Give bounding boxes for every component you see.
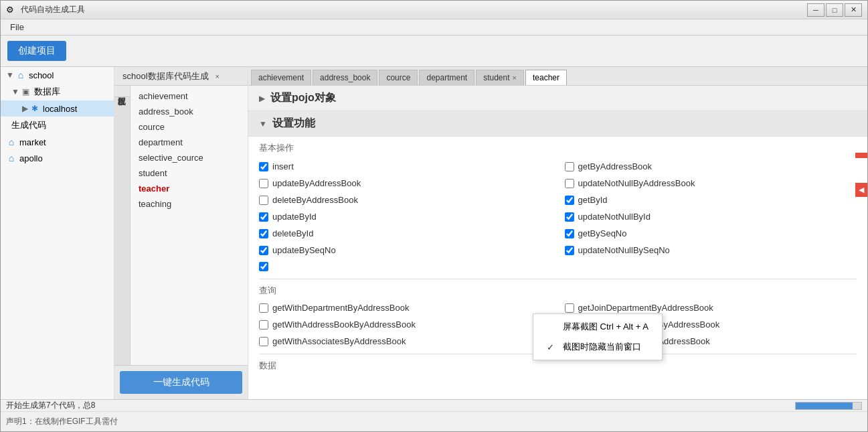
checkbox-row-getByAddressBook: getByAddressBook	[565, 159, 857, 173]
label-updateById: updateById	[272, 212, 317, 222]
tab-address-book[interactable]: address_book	[313, 70, 377, 85]
tab-achievement[interactable]: achievement	[251, 70, 311, 85]
data-subtitle: 数据	[259, 360, 857, 372]
menu-file[interactable]: File	[3, 21, 31, 33]
table-item-selective-cource[interactable]: selective_cource	[131, 150, 248, 165]
table-item-cource[interactable]: cource	[131, 119, 248, 135]
house-icon	[15, 70, 26, 80]
table-item-teaching[interactable]: teaching	[131, 196, 248, 212]
pojo-section-title: 设置pojo对象	[270, 91, 336, 105]
checkbox-updateById[interactable]	[259, 212, 268, 222]
basic-ops-subtitle: 基本操作	[259, 142, 857, 154]
checkbox-getById[interactable]	[565, 196, 574, 205]
create-project-button[interactable]: 创建项目	[7, 41, 66, 61]
right-panel: achievement address_book cource departme…	[248, 67, 867, 399]
checkbox-getWithAddr[interactable]	[259, 320, 268, 330]
checkbox-getWithAssoc[interactable]	[259, 337, 268, 346]
label-deleteById: deleteById	[272, 228, 313, 238]
tab-teacher[interactable]: teacher	[525, 70, 567, 85]
content-area: ▶ 设置pojo对象 ▼ 设置功能 基本操作 insert	[248, 86, 867, 399]
red-marker-arrow[interactable]: ◀	[855, 183, 867, 197]
menu-bar: File	[1, 19, 867, 35]
title-bar-buttons: ─ □ ✕	[807, 3, 862, 17]
red-marker-screenshot[interactable]: 截图	[855, 153, 867, 158]
bottom-text: 声明1：在线制作EGIF工具需付	[6, 416, 118, 427]
label-updateBySeqNo: updateBySeqNo	[272, 245, 336, 255]
tab-cource[interactable]: cource	[379, 70, 418, 85]
label-deleteByAddressBook: deleteByAddressBook	[272, 195, 358, 205]
status-text: 开始生成第7个代码，总8	[6, 400, 95, 411]
sidebar-item-market[interactable]: market	[1, 134, 114, 150]
label-getByAddressBook: getByAddressBook	[578, 161, 653, 171]
tab-department[interactable]: department	[419, 70, 474, 85]
checkbox-updateByAddressBook[interactable]	[259, 179, 268, 188]
label-getById: getById	[578, 195, 608, 205]
table-item-department[interactable]: department	[131, 135, 248, 150]
maximize-button[interactable]: □	[826, 3, 843, 17]
checkbox-row-updateNotNullByAddressBook: updateNotNullByAddressBook	[565, 176, 857, 190]
tab-student[interactable]: student ×	[476, 70, 524, 85]
checkbox-row-selectAll	[259, 260, 551, 273]
checkbox-row-getWithDept: getWithDepartmentByAddressBook	[259, 301, 551, 315]
checkbox-row-deleteById: deleteById	[259, 226, 551, 240]
middle-content: 模板配置 achievement address_book cource dep…	[114, 86, 248, 365]
context-menu: 屏幕截图 Ctrl + Alt + A ✓ 截图时隐藏当前窗口	[533, 313, 663, 360]
context-menu-screenshot[interactable]: 屏幕截图 Ctrl + Alt + A	[533, 317, 662, 337]
label-getBySeqNo: getBySeqNo	[578, 228, 627, 238]
title-bar: ⚙ 代码自动生成工具 ─ □ ✕	[1, 1, 867, 19]
status-progress-fill	[796, 403, 853, 409]
checkbox-row-getJoinDept: getJoinDepartmentByAddressBook	[565, 301, 857, 315]
sidebar-item-generate[interactable]: 生成代码	[1, 117, 114, 134]
sidebar-item-school[interactable]: ▼ school	[1, 67, 114, 83]
checkbox-getByAddressBook[interactable]	[565, 162, 574, 171]
table-item-achievement[interactable]: achievement	[131, 88, 248, 104]
label-getWithDept: getWithDepartmentByAddressBook	[272, 303, 409, 313]
sidebar-item-apollo[interactable]: apollo	[1, 150, 114, 166]
side-tab-0[interactable]: 模板配置	[114, 86, 130, 97]
checkbox-deleteByAddressBook[interactable]	[259, 196, 268, 205]
label-getJoinDept: getJoinDepartmentByAddressBook	[578, 303, 713, 313]
query-subtitle: 查询	[259, 285, 857, 297]
sidebar-item-database[interactable]: ▼ 数据库	[1, 83, 114, 100]
function-section-header[interactable]: ▼ 设置功能	[248, 111, 867, 137]
checkbox-getBySeqNo[interactable]	[565, 229, 574, 238]
bottom-bar: 声明1：在线制作EGIF工具需付	[1, 411, 867, 431]
sidebar-label-localhost: localhost	[43, 104, 77, 114]
bluetooth-icon	[29, 103, 40, 114]
pojo-section-header[interactable]: ▶ 设置pojo对象	[248, 86, 867, 111]
table-item-address-book[interactable]: address_book	[131, 104, 248, 119]
label-insert: insert	[272, 161, 294, 171]
checkbox-insert[interactable]	[259, 162, 268, 171]
sidebar-label-generate: 生成代码	[11, 119, 46, 131]
checkbox-updateNotNullBySeqNo[interactable]	[565, 246, 574, 255]
sidebar-label-market: market	[19, 137, 46, 147]
table-item-teacher[interactable]: teacher	[131, 181, 248, 196]
checkbox-updateNotNullById[interactable]	[565, 212, 574, 222]
label-getWithAssoc: getWithAssociatesByAddressBook	[272, 336, 406, 346]
function-arrow: ▼	[259, 119, 267, 129]
pojo-arrow: ▶	[259, 94, 265, 103]
middle-panel: school数据库代码生成 × 模板配置 achievement address…	[114, 67, 248, 399]
context-menu-hide[interactable]: ✓ 截图时隐藏当前窗口	[533, 337, 662, 357]
middle-tab-bar: school数据库代码生成 ×	[114, 67, 248, 86]
checkbox-row-updateNotNullById: updateNotNullById	[565, 210, 857, 224]
close-button[interactable]: ✕	[845, 3, 862, 17]
minimize-button[interactable]: ─	[807, 3, 824, 17]
checkbox-deleteById[interactable]	[259, 229, 268, 238]
sidebar-label-apollo: apollo	[19, 153, 43, 163]
checkbox-getJoinDept[interactable]	[565, 303, 574, 313]
label-updateNotNullBySeqNo: updateNotNullBySeqNo	[578, 245, 670, 255]
tab-close-student[interactable]: ×	[513, 74, 517, 82]
checkbox-getWithDept[interactable]	[259, 303, 268, 313]
label-updateNotNullByAddressBook: updateNotNullByAddressBook	[578, 178, 695, 188]
checkbox-selectAll[interactable]	[259, 262, 268, 271]
sidebar-item-localhost[interactable]: ▶ localhost	[1, 100, 114, 117]
checkbox-updateBySeqNo[interactable]	[259, 246, 268, 255]
checkbox-updateNotNullByAddressBook[interactable]	[565, 179, 574, 188]
app-icon: ⚙	[6, 5, 17, 15]
context-menu-screenshot-label: 屏幕截图 Ctrl + Alt + A	[563, 321, 648, 333]
middle-tab-close[interactable]: ×	[215, 72, 220, 80]
label-getWithAddr: getWithAddressBookByAddressBook	[272, 319, 416, 330]
table-item-student[interactable]: student	[131, 165, 248, 181]
generate-button[interactable]: 一键生成代码	[120, 371, 242, 394]
